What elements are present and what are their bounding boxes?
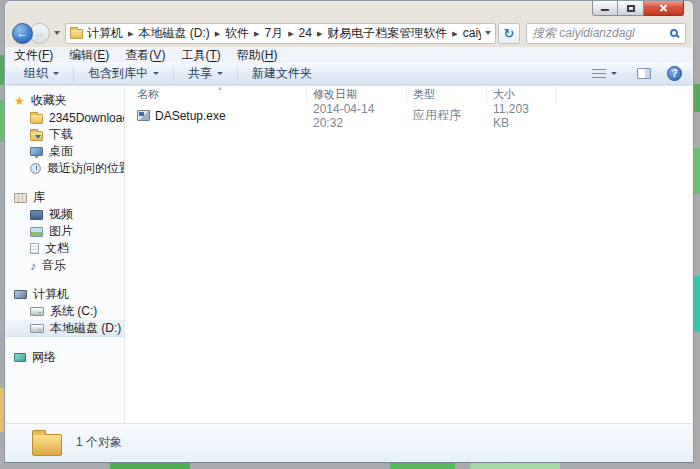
sidebar-item-videos[interactable]: 视频	[6, 206, 124, 223]
new-folder-label: 新建文件夹	[252, 65, 312, 82]
column-header-size[interactable]: 大小	[487, 87, 557, 102]
navigation-pane: ★ 收藏夹 2345Downloads 下载 桌面 最近访问的位置	[6, 86, 125, 423]
sidebar-item-label: 最近访问的位置	[47, 160, 125, 177]
back-button[interactable]: ←	[12, 23, 33, 44]
videos-icon	[30, 210, 43, 220]
sidebar-item-label: 视频	[49, 206, 73, 223]
sidebar-item-2345downloads[interactable]: 2345Downloads	[6, 109, 124, 126]
minimize-button[interactable]	[592, 1, 618, 16]
sort-ascending-icon: ▲	[217, 85, 223, 91]
menu-edit-label: 编辑(	[69, 48, 97, 62]
music-icon: ♪	[30, 260, 36, 272]
file-type: 应用程序	[413, 107, 461, 124]
libraries-icon	[14, 193, 27, 203]
sidebar-section-libraries[interactable]: 库	[6, 189, 124, 206]
libraries-label: 库	[33, 189, 45, 206]
address-dropdown-icon[interactable]	[485, 31, 491, 35]
drive-icon	[30, 324, 44, 333]
close-button[interactable]	[644, 1, 684, 16]
sidebar-section-favorites[interactable]: ★ 收藏夹	[6, 92, 124, 109]
chevron-down-icon	[217, 72, 223, 75]
column-header-type[interactable]: 类型	[407, 87, 487, 102]
sidebar-item-downloads[interactable]: 下载	[6, 126, 124, 143]
breadcrumb-current-folder[interactable]: caiyidianzdagl	[463, 26, 481, 40]
sidebar-item-label: 下载	[49, 126, 73, 143]
computer-label: 计算机	[33, 286, 69, 303]
desktop-fragment	[110, 463, 190, 469]
desktop-background: ← → 计算机 ▶ 本地磁盘 (D:) ▶ 软件 ▶ 7月 ▶ 24 ▶ 财易电…	[0, 0, 700, 469]
list-view-icon	[592, 69, 606, 79]
breadcrumb-24[interactable]: 24	[299, 26, 312, 40]
file-row-dasetup[interactable]: DASetup.exe 2014-04-14 20:32 应用程序 11,203…	[131, 106, 692, 125]
search-box[interactable]: 搜索 caiyidianzdagl	[526, 23, 686, 44]
chevron-right-icon[interactable]: ▶	[288, 29, 293, 38]
chevron-right-icon[interactable]: ▶	[215, 29, 220, 38]
menu-file[interactable]: 文件(F)	[14, 47, 53, 64]
chevron-right-icon[interactable]: ▶	[317, 29, 322, 38]
preview-pane-button[interactable]	[633, 66, 655, 81]
search-icon[interactable]	[670, 29, 678, 37]
sidebar-section-network[interactable]: 网络	[6, 349, 124, 366]
close-icon	[659, 4, 668, 13]
include-in-library-button[interactable]: 包含到库中	[80, 63, 167, 84]
chevron-down-icon	[611, 72, 617, 75]
share-label: 共享	[188, 65, 212, 82]
desktop-fragment	[390, 463, 455, 469]
breadcrumb-software[interactable]: 软件	[225, 25, 249, 42]
sidebar-item-recent-places[interactable]: 最近访问的位置	[6, 160, 124, 177]
refresh-icon: ↻	[504, 26, 515, 41]
help-button[interactable]: ?	[667, 66, 682, 81]
breadcrumb-computer[interactable]: 计算机	[87, 25, 123, 42]
breadcrumb-july[interactable]: 7月	[265, 25, 284, 42]
menu-view[interactable]: 查看(V)	[125, 47, 165, 64]
refresh-button[interactable]: ↻	[498, 23, 520, 44]
history-dropdown-icon[interactable]	[54, 31, 60, 35]
column-header-date-modified[interactable]: 修改日期	[307, 87, 407, 102]
new-folder-button[interactable]: 新建文件夹	[244, 63, 320, 84]
breadcrumb: 计算机 ▶ 本地磁盘 (D:) ▶ 软件 ▶ 7月 ▶ 24 ▶ 财易电子档案管…	[87, 25, 481, 42]
installer-exe-icon	[137, 110, 150, 121]
sidebar-item-desktop[interactable]: 桌面	[6, 143, 124, 160]
organize-button[interactable]: 组织	[16, 63, 67, 84]
sidebar-item-pictures[interactable]: 图片	[6, 223, 124, 240]
chevron-down-icon	[53, 72, 59, 75]
menu-edit[interactable]: 编辑(E)	[69, 47, 109, 64]
menu-file-label: 文件(	[14, 48, 42, 62]
menu-view-label: 查看(	[125, 48, 153, 62]
sidebar-item-music[interactable]: ♪ 音乐	[6, 257, 124, 274]
sidebar-item-drive-c[interactable]: 系统 (C:)	[6, 303, 124, 320]
menu-help-label: 帮助(	[237, 48, 265, 62]
sidebar-item-drive-d[interactable]: 本地磁盘 (D:)	[6, 320, 124, 337]
chevron-right-icon[interactable]: ▶	[128, 29, 133, 38]
sidebar-item-label: 2345Downloads	[49, 111, 125, 125]
change-view-button[interactable]	[588, 67, 621, 81]
chevron-right-icon[interactable]: ▶	[452, 29, 457, 38]
maximize-icon	[627, 5, 635, 12]
toolbar-divider	[237, 67, 238, 81]
breadcrumb-caiyi-software[interactable]: 财易电子档案管理软件	[327, 25, 447, 42]
address-bar[interactable]: 计算机 ▶ 本地磁盘 (D:) ▶ 软件 ▶ 7月 ▶ 24 ▶ 财易电子档案管…	[65, 23, 496, 44]
minimize-icon	[601, 9, 609, 11]
desktop-fragment	[694, 148, 700, 194]
menu-bar: 文件(F) 编辑(E) 查看(V) 工具(T) 帮助(H)	[6, 47, 692, 63]
breadcrumb-drive-d[interactable]: 本地磁盘 (D:)	[138, 25, 209, 42]
main-area: ★ 收藏夹 2345Downloads 下载 桌面 最近访问的位置	[6, 86, 692, 423]
star-icon: ★	[14, 95, 25, 107]
sidebar-gap	[6, 274, 124, 286]
search-input[interactable]: 搜索 caiyidianzdagl	[532, 25, 670, 42]
file-list: ▲ 名称 修改日期 类型 大小 DASetup.exe 2014-04-14 2…	[125, 86, 692, 423]
menu-help[interactable]: 帮助(H)	[237, 47, 278, 64]
details-pane: 1 个对象	[6, 423, 692, 461]
sidebar-item-documents[interactable]: 文档	[6, 240, 124, 257]
desktop-fragment	[694, 84, 700, 112]
command-toolbar: 组织 包含到库中 共享 新建文件夹	[6, 63, 692, 85]
sidebar-section-computer[interactable]: 计算机	[6, 286, 124, 303]
menu-tools[interactable]: 工具(T)	[181, 47, 220, 64]
computer-icon	[14, 290, 27, 299]
share-button[interactable]: 共享	[180, 63, 231, 84]
network-label: 网络	[32, 349, 56, 366]
maximize-button[interactable]	[618, 1, 644, 16]
file-date-modified: 2014-04-14 20:32	[313, 102, 407, 130]
chevron-right-icon[interactable]: ▶	[254, 29, 259, 38]
pictures-icon	[30, 227, 43, 237]
